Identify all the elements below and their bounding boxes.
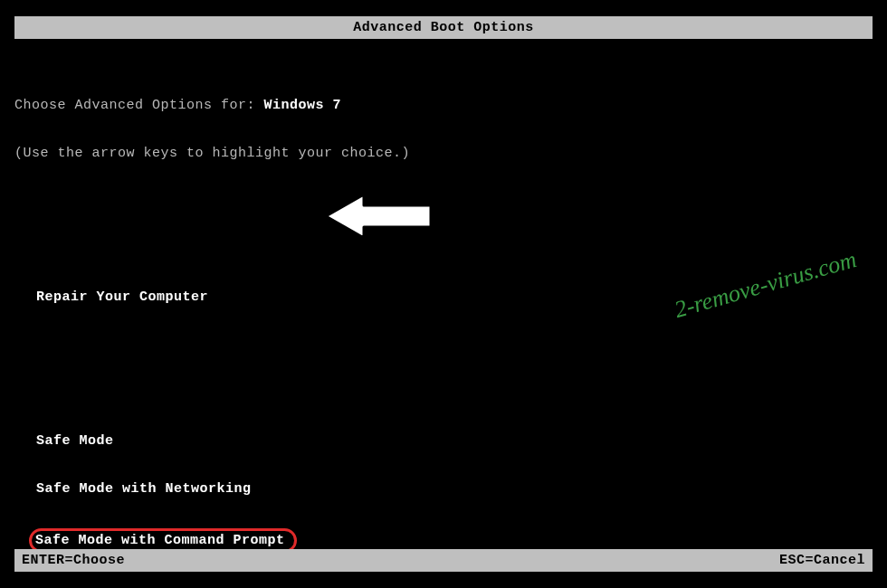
hint-line: (Use the arrow keys to highlight your ch… (14, 145, 873, 162)
footer-esc: ESC=Cancel (779, 553, 865, 568)
title-bar: Advanced Boot Options (14, 16, 873, 39)
annotation-arrow-icon (324, 191, 433, 242)
boot-menu-content: Choose Advanced Options for: Windows 7 (… (0, 39, 887, 588)
page-title: Advanced Boot Options (353, 20, 534, 35)
os-name: Windows 7 (264, 98, 342, 113)
intro-line: Choose Advanced Options for: Windows 7 (14, 97, 873, 114)
option-safe-mode[interactable]: Safe Mode (14, 432, 873, 450)
svg-marker-0 (326, 194, 431, 238)
intro-label: Choose Advanced Options for: (14, 98, 264, 113)
option-safe-mode-networking[interactable]: Safe Mode with Networking (14, 480, 873, 498)
footer-bar: ENTER=Choose ESC=Cancel (14, 549, 873, 572)
footer-enter: ENTER=Choose (22, 553, 125, 568)
